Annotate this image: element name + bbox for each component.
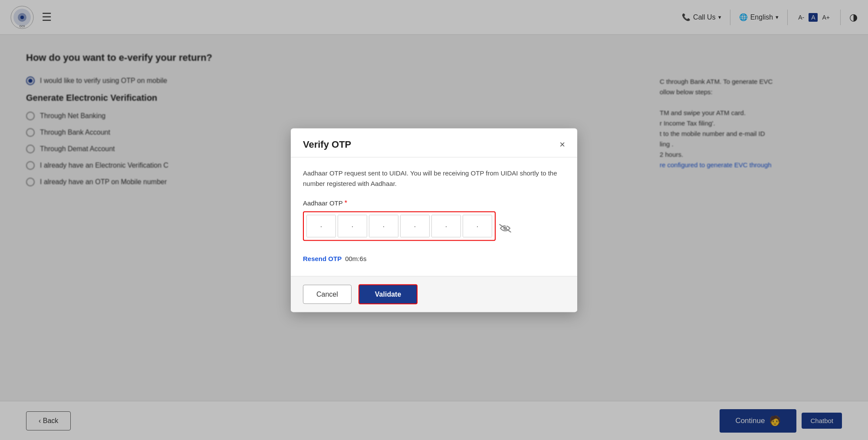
- resend-row: Resend OTP 00m:6s: [303, 255, 565, 262]
- otp-box-2[interactable]: [338, 215, 367, 237]
- otp-box-5[interactable]: [431, 215, 461, 237]
- cancel-button[interactable]: Cancel: [303, 285, 352, 304]
- verify-otp-modal: Verify OTP × Aadhaar OTP request sent to…: [291, 128, 577, 312]
- modal-close-button[interactable]: ×: [559, 139, 565, 149]
- resend-otp-button[interactable]: Resend OTP: [303, 255, 342, 262]
- modal-body: Aadhaar OTP request sent to UIDAI. You w…: [291, 157, 577, 276]
- modal-description: Aadhaar OTP request sent to UIDAI. You w…: [303, 168, 565, 189]
- resend-timer: 00m:6s: [345, 255, 366, 262]
- otp-required-indicator: *: [345, 199, 347, 207]
- eye-icon[interactable]: [499, 224, 511, 235]
- otp-input-group: [303, 211, 496, 241]
- otp-box-4[interactable]: [400, 215, 430, 237]
- validate-button[interactable]: Validate: [358, 284, 418, 304]
- otp-box-6[interactable]: [463, 215, 492, 237]
- modal-title: Verify OTP: [303, 139, 351, 150]
- otp-box-3[interactable]: [369, 215, 398, 237]
- modal-header: Verify OTP ×: [291, 128, 577, 157]
- otp-box-1[interactable]: [306, 215, 336, 237]
- modal-footer: Cancel Validate: [291, 276, 577, 312]
- otp-field-label: Aadhaar OTP *: [303, 199, 565, 207]
